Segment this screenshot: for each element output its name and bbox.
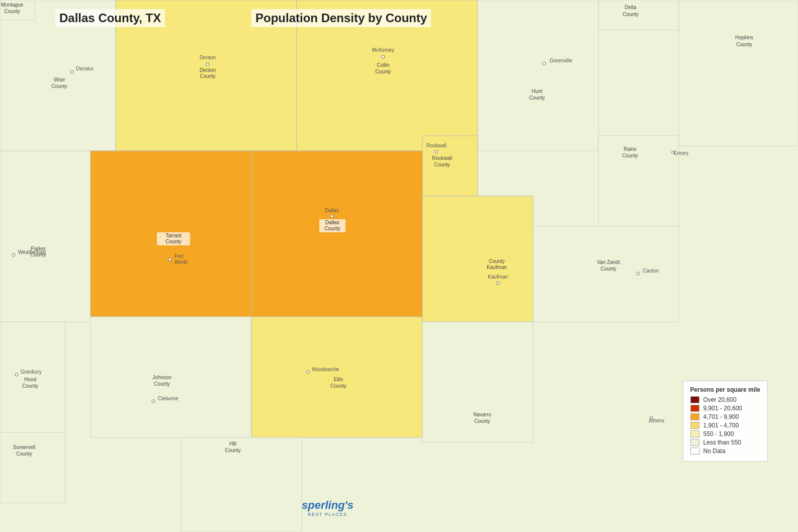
svg-text:County: County [375, 69, 391, 74]
svg-point-36 [382, 55, 385, 58]
svg-text:Wise: Wise [54, 77, 65, 82]
svg-marker-21 [533, 226, 679, 322]
legend-swatch-3 [690, 413, 699, 420]
svg-marker-20 [422, 196, 533, 322]
svg-text:Fort: Fort [174, 253, 184, 259]
legend-label-3: 4,701 - 9,900 [703, 413, 739, 420]
legend-swatch-6 [690, 439, 699, 446]
svg-text:County: County [51, 83, 67, 89]
svg-text:Somervell: Somervell [13, 445, 35, 450]
svg-point-79 [152, 400, 155, 403]
legend-item-6: Less than 550 [690, 439, 760, 446]
svg-text:County: County [434, 162, 450, 167]
svg-text:County: County [30, 252, 46, 257]
svg-text:County: County [22, 383, 38, 389]
svg-point-31 [672, 151, 674, 154]
svg-text:County: County [489, 258, 505, 264]
svg-marker-26 [0, 432, 65, 503]
svg-marker-10 [598, 0, 679, 30]
svg-text:Denton: Denton [200, 55, 216, 60]
svg-text:Kaufman: Kaufman [487, 264, 507, 270]
svg-text:Kaufman: Kaufman [488, 274, 508, 280]
svg-text:Greenville: Greenville [550, 58, 572, 63]
svg-text:Parker: Parker [31, 246, 46, 251]
legend-swatch-5 [690, 430, 699, 437]
svg-text:County: County [4, 9, 20, 14]
svg-text:Waxahachie: Waxahachie [312, 367, 339, 372]
svg-text:County: County [165, 239, 182, 244]
legend-swatch-2 [690, 405, 699, 412]
sperlings-logo: sperling's BEST PLACES [302, 499, 353, 517]
legend-swatch-4 [690, 422, 699, 429]
svg-text:Worth: Worth [174, 259, 188, 265]
svg-marker-14 [478, 0, 598, 151]
legend-item-7: No Data [690, 448, 760, 455]
svg-point-83 [306, 371, 309, 374]
svg-text:County: County [154, 381, 170, 387]
svg-text:County: County [330, 383, 346, 389]
legend-item-5: 550 - 1,900 [690, 430, 760, 437]
brand-sub: BEST PLACES [302, 512, 353, 517]
svg-text:Hopkins: Hopkins [735, 35, 753, 40]
svg-text:Denton: Denton [200, 67, 216, 73]
svg-point-75 [15, 373, 18, 376]
svg-text:Decatur: Decatur [76, 66, 94, 71]
svg-point-32 [206, 63, 209, 66]
map-container: Athens Emory Denton Denton County McKinn… [0, 0, 798, 532]
svg-text:Canton: Canton [643, 268, 659, 274]
brand-name: sperling's [302, 499, 353, 512]
svg-marker-27 [181, 437, 302, 532]
svg-text:Ellis: Ellis [334, 377, 343, 382]
svg-text:Rockwall: Rockwall [426, 143, 447, 148]
svg-text:Dallas: Dallas [325, 208, 339, 213]
legend-item-3: 4,701 - 9,900 [690, 413, 760, 420]
svg-text:McKinney: McKinney [372, 47, 394, 53]
svg-point-44 [543, 62, 546, 65]
svg-text:County: County [200, 73, 216, 79]
legend-swatch-1 [690, 396, 699, 403]
svg-text:Rains: Rains [624, 146, 637, 152]
svg-point-63 [12, 253, 15, 256]
map-svg: Athens Emory Denton Denton County McKinn… [0, 0, 798, 532]
svg-text:Granbury: Granbury [21, 369, 42, 375]
svg-text:Tarrant: Tarrant [165, 233, 181, 238]
svg-text:Navarro: Navarro [473, 412, 491, 417]
svg-text:Hill: Hill [229, 441, 236, 447]
svg-marker-25 [422, 322, 533, 442]
svg-text:County: County [16, 451, 32, 457]
svg-point-71 [637, 272, 640, 275]
svg-text:Dallas: Dallas [325, 220, 339, 225]
svg-text:Emory: Emory [674, 150, 688, 156]
svg-text:Van Zandt: Van Zandt [597, 259, 620, 265]
legend-label-5: 550 - 1,900 [703, 430, 734, 437]
svg-text:Rockwall: Rockwall [432, 155, 452, 161]
svg-marker-15 [598, 136, 679, 226]
legend-item-2: 9,901 - 20,600 [690, 405, 760, 412]
svg-text:Cleburne: Cleburne [158, 396, 179, 401]
svg-text:County: County [600, 266, 616, 272]
svg-point-52 [168, 258, 171, 261]
svg-text:County: County [225, 448, 241, 453]
legend-label-1: Over 20,600 [703, 396, 737, 403]
svg-text:County: County [622, 153, 638, 158]
svg-point-48 [435, 150, 438, 153]
legend-label-4: 1,901 - 4,700 [703, 422, 739, 429]
svg-marker-19 [251, 151, 422, 317]
svg-text:Hunt: Hunt [531, 88, 542, 94]
svg-text:County: County [529, 95, 545, 101]
map-subtitle: Dallas County, TX [55, 9, 165, 27]
legend: Persons per square mile Over 20,600 9,90… [683, 381, 768, 462]
map-title: Population Density by County [251, 9, 431, 27]
svg-text:Collin: Collin [377, 62, 389, 68]
svg-text:Delta: Delta [625, 5, 637, 10]
svg-text:County: County [474, 418, 490, 424]
svg-text:County: County [324, 226, 340, 231]
svg-text:County: County [623, 12, 639, 17]
svg-point-67 [496, 282, 499, 285]
legend-swatch-7 [690, 448, 699, 455]
svg-text:Montague: Montague [1, 2, 24, 8]
svg-text:Hood: Hood [24, 377, 36, 382]
legend-item-1: Over 20,600 [690, 396, 760, 403]
svg-text:County: County [736, 42, 752, 47]
legend-label-6: Less than 550 [703, 439, 741, 446]
